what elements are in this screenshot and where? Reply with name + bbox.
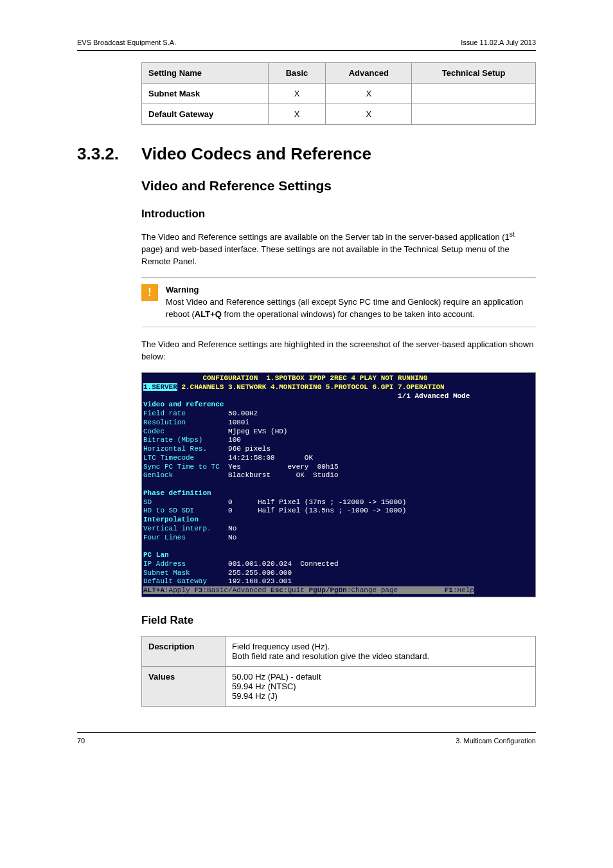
intro-sup: st bbox=[510, 231, 515, 238]
header-right: Issue 11.02.A July 2013 bbox=[461, 39, 536, 46]
section-title: Video Codecs and Reference bbox=[141, 144, 371, 164]
screenshot-intro: The Video and Reference settings are hig… bbox=[141, 339, 536, 363]
exclaim-icon: ! bbox=[148, 287, 151, 298]
values-value: 50.00 Hz (PAL) - default59.94 Hz (NTSC)5… bbox=[226, 666, 536, 706]
intro-heading: Introduction bbox=[141, 208, 536, 221]
table-header-row: Setting Name Basic Advanced Technical Se… bbox=[142, 63, 536, 84]
intro-text-a: The Video and Reference settings are ava… bbox=[141, 232, 510, 242]
intro-text-b: page) and web-based interface. These set… bbox=[141, 244, 510, 266]
terminal-screenshot: CONFIGURATION 1.SPOTBOX IPDP 2REC 4 PLAY… bbox=[141, 372, 536, 597]
values-label: Values bbox=[142, 666, 226, 706]
warning-title: Warning bbox=[166, 285, 199, 294]
table-row: Subnet Mask X X bbox=[142, 84, 536, 104]
cell-advanced: X bbox=[326, 104, 412, 125]
cell-tech bbox=[412, 104, 536, 125]
cell-basic: X bbox=[268, 84, 326, 104]
sub-heading: Video and Reference Settings bbox=[141, 178, 536, 194]
desc-value: Field frequency used (Hz).Both field rat… bbox=[226, 636, 536, 666]
table-row: Description Field frequency used (Hz).Bo… bbox=[142, 636, 536, 666]
intro-paragraph: The Video and Reference settings are ava… bbox=[141, 230, 536, 268]
warning-icon: ! bbox=[141, 284, 158, 301]
cell-advanced: X bbox=[326, 84, 412, 104]
warning-box: ! Warning Most Video and Reference setti… bbox=[141, 277, 536, 328]
table-row: Default Gateway X X bbox=[142, 104, 536, 125]
warning-altq: ALT+Q bbox=[195, 309, 222, 319]
footer-right: 3. Multicam Configuration bbox=[456, 737, 536, 745]
section-heading: 3.3.2. Video Codecs and Reference bbox=[77, 144, 536, 164]
header-left: EVS Broadcast Equipment S.A. bbox=[77, 39, 176, 46]
table-row: Values 50.00 Hz (PAL) - default59.94 Hz … bbox=[142, 666, 536, 706]
page-footer: 70 3. Multicam Configuration bbox=[77, 732, 536, 745]
cell-name: Default Gateway bbox=[142, 104, 269, 125]
col-basic: Basic bbox=[268, 63, 326, 84]
field-rate-table: Description Field frequency used (Hz).Bo… bbox=[141, 636, 536, 707]
modes-table: Setting Name Basic Advanced Technical Se… bbox=[141, 62, 536, 125]
desc-label: Description bbox=[142, 636, 226, 666]
col-advanced: Advanced bbox=[326, 63, 412, 84]
col-setting-name: Setting Name bbox=[142, 63, 269, 84]
cell-tech bbox=[412, 84, 536, 104]
field-rate-heading: Field Rate bbox=[141, 614, 536, 627]
col-technical-setup: Technical Setup bbox=[412, 63, 536, 84]
cell-name: Subnet Mask bbox=[142, 84, 269, 104]
warning-body-b: from the operational windows) for change… bbox=[222, 309, 475, 319]
page-number: 70 bbox=[77, 737, 85, 745]
cell-basic: X bbox=[268, 104, 326, 125]
section-number: 3.3.2. bbox=[77, 144, 123, 164]
page-header: EVS Broadcast Equipment S.A. Issue 11.02… bbox=[77, 39, 536, 51]
warning-text: Warning Most Video and Reference setting… bbox=[166, 284, 536, 321]
